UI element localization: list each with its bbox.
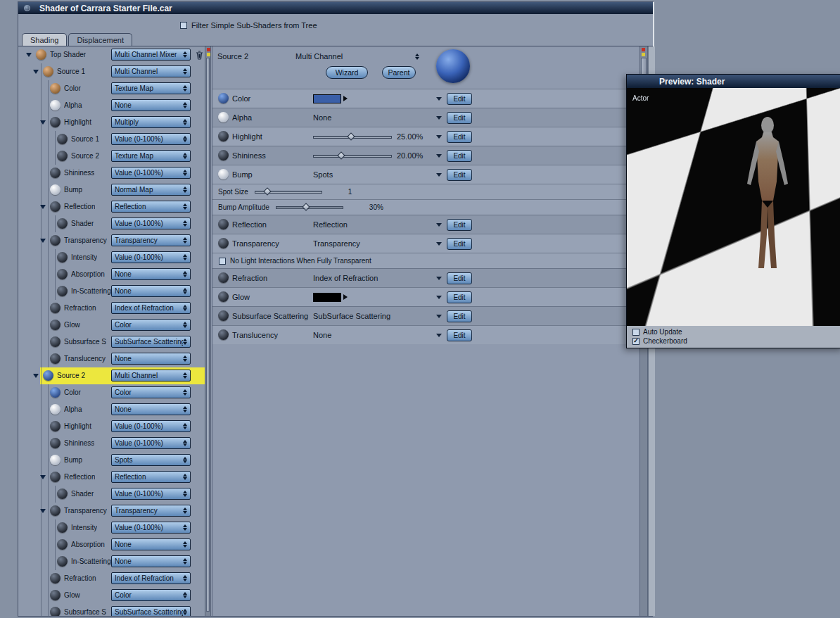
- edit-button[interactable]: Edit: [447, 272, 472, 284]
- tree-item-source-1[interactable]: Source 1Multi Channel: [22, 63, 205, 80]
- wizard-button[interactable]: Wizard: [326, 66, 368, 79]
- edit-button[interactable]: Edit: [447, 150, 472, 162]
- scrollbar-yellow-dot-icon[interactable]: [207, 53, 210, 56]
- tree-item-reflection[interactable]: ReflectionReflection: [22, 469, 205, 486]
- chevron-down-icon[interactable]: [436, 242, 442, 246]
- tree-item-shininess[interactable]: ShininessValue (0-100%): [22, 435, 205, 452]
- tree-item-color[interactable]: ColorColor: [22, 384, 205, 401]
- expander-triangle-icon[interactable]: [26, 53, 32, 57]
- tab-shading[interactable]: Shading: [22, 33, 67, 46]
- tree-item-source-2[interactable]: Source 2Texture Map: [22, 148, 205, 165]
- preview-scene[interactable]: Actor: [627, 88, 840, 326]
- scrollbar-red-dot-icon[interactable]: [207, 48, 210, 51]
- shader-type-dropdown[interactable]: Color: [111, 589, 191, 601]
- channel-slider[interactable]: [313, 155, 392, 158]
- tree-item-transparency[interactable]: TransparencyTransparency: [22, 503, 205, 519]
- tree-item-highlight[interactable]: HighlightMultiply: [22, 114, 205, 131]
- shader-type-dropdown[interactable]: Value (0-100%): [111, 217, 191, 229]
- shader-type-dropdown[interactable]: None: [111, 538, 191, 550]
- edit-button[interactable]: Edit: [447, 238, 472, 250]
- shader-type-dropdown[interactable]: None: [111, 99, 191, 111]
- shader-type-dropdown[interactable]: Value (0-100%): [111, 488, 191, 500]
- tree-item-in-scattering[interactable]: In-ScatteringNone: [22, 553, 205, 570]
- detail-type-dropdown[interactable]: Multi Channel: [295, 52, 343, 61]
- tree-item-intensity[interactable]: IntensityValue (0-100%): [22, 249, 205, 266]
- tree-item-glow[interactable]: GlowColor: [22, 587, 205, 604]
- tree-item-bump[interactable]: BumpNormal Map: [22, 182, 205, 198]
- shader-type-dropdown[interactable]: Transparency: [111, 505, 191, 517]
- shader-type-dropdown[interactable]: Reflection: [111, 201, 191, 213]
- chevron-down-icon[interactable]: [436, 154, 442, 158]
- preview-option-checkerboard[interactable]: Checkerboard: [632, 337, 840, 345]
- tab-displacement[interactable]: Displacement: [68, 33, 132, 46]
- color-swatch[interactable]: [313, 293, 341, 302]
- tree-item-shader[interactable]: ShaderValue (0-100%): [22, 215, 205, 232]
- shader-type-dropdown[interactable]: Multiply: [111, 116, 191, 128]
- chevron-down-icon[interactable]: [436, 97, 442, 101]
- shader-type-dropdown[interactable]: Color: [111, 319, 191, 331]
- chevron-down-icon[interactable]: [415, 53, 419, 60]
- channel-slider[interactable]: [313, 136, 392, 139]
- shader-type-dropdown[interactable]: Reflection: [111, 471, 191, 483]
- edit-button[interactable]: Edit: [447, 93, 472, 105]
- tree-item-transparency[interactable]: TransparencyTransparency: [22, 232, 205, 249]
- chevron-down-icon[interactable]: [436, 116, 442, 120]
- slider-thumb[interactable]: [347, 132, 355, 140]
- chevron-down-icon[interactable]: [436, 296, 442, 299]
- tree-item-reflection[interactable]: ReflectionReflection: [22, 198, 205, 215]
- tree-item-highlight[interactable]: HighlightValue (0-100%): [22, 418, 205, 435]
- tree-item-subsurface-s[interactable]: Subsurface SSubSurface Scattering: [22, 604, 205, 616]
- expander-triangle-icon[interactable]: [33, 374, 39, 378]
- tree-item-top-shader[interactable]: Top ShaderMulti Channel Mixer: [22, 46, 205, 63]
- tree-item-in-scattering[interactable]: In-ScatteringNone: [22, 283, 205, 300]
- subslider-track[interactable]: [276, 206, 343, 209]
- preview-titlebar[interactable]: Preview: Shader: [627, 75, 840, 88]
- shader-type-dropdown[interactable]: None: [111, 403, 191, 415]
- tree-item-refraction[interactable]: RefractionIndex of Refraction: [22, 570, 205, 587]
- shader-type-dropdown[interactable]: Value (0-100%): [111, 251, 191, 263]
- tree-scrollbar-thumb[interactable]: [206, 58, 210, 612]
- tree-item-subsurface-s[interactable]: Subsurface SSubSurface Scattering: [22, 334, 205, 351]
- chevron-down-icon[interactable]: [436, 277, 442, 280]
- tree-item-alpha[interactable]: AlphaNone: [22, 401, 205, 418]
- shader-type-dropdown[interactable]: None: [111, 268, 191, 280]
- chevron-down-icon[interactable]: [436, 334, 442, 337]
- shader-type-dropdown[interactable]: Color: [111, 386, 191, 398]
- shader-type-dropdown[interactable]: Value (0-100%): [111, 133, 191, 145]
- tree-item-translucency[interactable]: TranslucencyNone: [22, 351, 205, 367]
- chevron-down-icon[interactable]: [436, 173, 442, 177]
- shader-type-dropdown[interactable]: SubSurface Scattering: [111, 336, 191, 348]
- slider-thumb[interactable]: [337, 151, 345, 159]
- edit-button[interactable]: Edit: [447, 291, 472, 303]
- chevron-down-icon[interactable]: [436, 135, 442, 139]
- shader-type-dropdown[interactable]: None: [111, 285, 191, 297]
- edit-button[interactable]: Edit: [447, 329, 472, 341]
- option-checkbox[interactable]: [219, 258, 226, 265]
- chevron-down-icon[interactable]: [436, 315, 442, 318]
- tree-item-intensity[interactable]: IntensityValue (0-100%): [22, 519, 205, 536]
- expander-triangle-icon[interactable]: [40, 239, 46, 243]
- edit-button[interactable]: Edit: [447, 219, 472, 231]
- edit-button[interactable]: Edit: [447, 112, 472, 124]
- edit-button[interactable]: Edit: [447, 169, 472, 181]
- shader-type-dropdown[interactable]: None: [111, 555, 191, 567]
- shader-type-dropdown[interactable]: Transparency: [111, 234, 191, 246]
- shader-type-dropdown[interactable]: SubSurface Scattering: [111, 606, 191, 616]
- tree-item-shader[interactable]: ShaderValue (0-100%): [22, 486, 205, 503]
- tree-item-refraction[interactable]: RefractionIndex of Refraction: [22, 300, 205, 317]
- parent-button[interactable]: Parent: [382, 66, 416, 79]
- shader-type-dropdown[interactable]: Value (0-100%): [111, 167, 191, 179]
- shader-type-dropdown[interactable]: Texture Map: [111, 82, 191, 94]
- window-titlebar[interactable]: Shader of Carrara Starter File.car: [18, 2, 653, 14]
- detail-row-no-light-interactions-when-fully-transparent[interactable]: No Light Interactions When Fully Transpa…: [212, 253, 639, 268]
- expander-triangle-icon[interactable]: [40, 205, 46, 209]
- edit-button[interactable]: Edit: [447, 131, 472, 143]
- trash-icon[interactable]: [196, 50, 203, 59]
- shader-type-dropdown[interactable]: Index of Refraction: [111, 572, 191, 584]
- shader-type-dropdown[interactable]: Value (0-100%): [111, 522, 191, 534]
- shader-type-dropdown[interactable]: Value (0-100%): [111, 437, 191, 449]
- shader-type-dropdown[interactable]: Spots: [111, 454, 191, 466]
- shader-type-dropdown[interactable]: Index of Refraction: [111, 302, 191, 314]
- shader-type-dropdown[interactable]: Value (0-100%): [111, 420, 191, 432]
- tree-item-alpha[interactable]: AlphaNone: [22, 97, 205, 114]
